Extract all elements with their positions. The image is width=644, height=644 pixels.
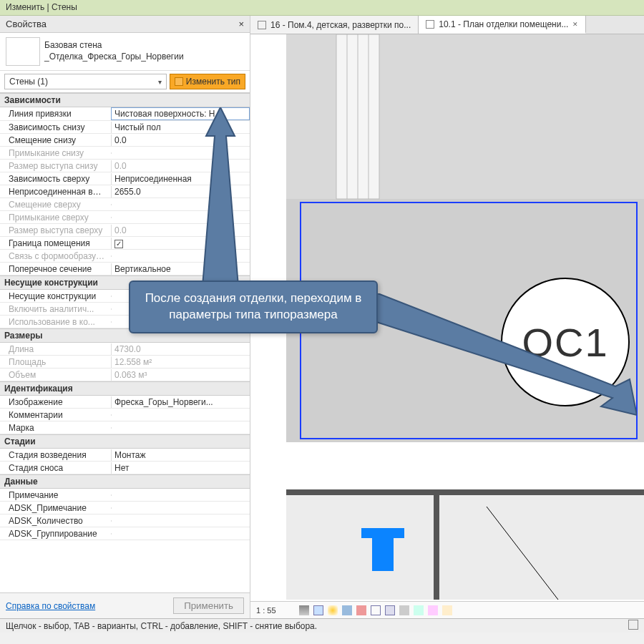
svg-rect-4 [372, 535, 394, 571]
checkbox-icon[interactable]: ✓ [114, 240, 123, 248]
property-group-header[interactable]: Зависимости [0, 93, 250, 107]
lock-3d-icon[interactable] [399, 605, 409, 615]
property-name: Длина [0, 343, 111, 355]
property-row[interactable]: Примечание [0, 489, 250, 502]
family-name: Базовая стена [44, 40, 184, 52]
edit-type-button[interactable]: Изменить тип [170, 74, 245, 89]
property-value[interactable] [111, 427, 250, 429]
status-bar: Щелчок - выбор, TAB - варианты, CTRL - д… [0, 618, 644, 633]
property-row[interactable]: Длина4730.0 [0, 343, 250, 356]
property-value[interactable] [111, 494, 250, 496]
property-name: Комментарии [0, 409, 111, 421]
property-name: Поперечное сечение [0, 263, 111, 275]
property-value[interactable] [111, 507, 250, 509]
property-name: Марка [0, 422, 111, 434]
svg-rect-5 [361, 528, 404, 538]
property-value[interactable]: 0.063 м³ [111, 369, 250, 381]
selection-filter-icon[interactable] [628, 620, 638, 630]
instance-filter-value: Стены (1) [9, 77, 48, 87]
property-name: Размер выступа сверху [0, 225, 111, 236]
property-value[interactable]: Фреска_Горы_Норвеги... [111, 396, 250, 408]
property-row[interactable]: ИзображениеФреска_Горы_Норвеги... [0, 396, 250, 409]
close-icon[interactable]: ✕ [572, 21, 578, 28]
property-row[interactable]: ADSK_Количество [0, 514, 250, 527]
property-row[interactable]: Объем0.063 м³ [0, 369, 250, 381]
instance-filter-dropdown[interactable]: Стены (1) ▾ [4, 74, 167, 89]
property-name: Линия привязки [0, 108, 111, 119]
worksharing-icon[interactable] [442, 605, 452, 615]
apply-button[interactable]: Применить [173, 597, 244, 614]
tutorial-callout: После создания отделки, переходим в пара… [129, 280, 378, 333]
panel-footer: Справка по свойствам Применить [0, 592, 250, 618]
type-thumbnail [6, 37, 40, 66]
property-value[interactable]: Монтаж [111, 449, 250, 461]
property-name: Площадь [0, 356, 111, 368]
property-value[interactable]: 4730.0 [111, 343, 250, 355]
property-value[interactable] [111, 520, 250, 522]
property-name: Использование в ко... [0, 316, 111, 328]
ribbon-context-title: Изменить | Стены [0, 0, 644, 16]
property-row[interactable]: ADSK_Примечание [0, 502, 250, 514]
property-group-header[interactable]: Идентификация [0, 381, 250, 396]
property-name: Примыкание сверху [0, 212, 111, 223]
property-name: Изображение [0, 396, 111, 408]
type-name-line: _Отделка_Фреска_Горы_Норвегии [44, 52, 184, 63]
callout-arrow-up [199, 107, 249, 286]
shadows-icon[interactable] [342, 605, 352, 615]
property-name: Неприсоединенная выс... [0, 186, 111, 197]
status-icons [628, 620, 638, 632]
property-group-header[interactable]: Данные [0, 474, 250, 489]
property-row[interactable]: Стадия возведенияМонтаж [0, 449, 250, 462]
property-name: ADSK_Примечание [0, 502, 111, 514]
property-value[interactable] [111, 533, 250, 535]
property-row[interactable]: Комментарии [0, 409, 250, 421]
property-name: Смещение сверху [0, 199, 111, 210]
property-name: Граница помещения [0, 238, 111, 249]
property-name: Зависимость сверху [0, 173, 111, 185]
property-group-header[interactable]: Стадии [0, 434, 250, 449]
visual-style-icon[interactable] [313, 605, 323, 615]
svg-rect-2 [286, 492, 644, 600]
type-selector-box[interactable]: Базовая стена _Отделка_Фреска_Горы_Норве… [0, 33, 250, 71]
panel-title-text: Свойства [6, 19, 47, 29]
property-name: ADSK_Количество [0, 515, 111, 527]
detail-level-icon[interactable] [299, 605, 309, 615]
rendering-icon[interactable] [356, 605, 366, 615]
property-value[interactable] [111, 414, 250, 416]
property-name: Стадия сноса [0, 462, 111, 474]
crop-view-icon[interactable] [371, 605, 381, 615]
property-row[interactable]: Марка [0, 421, 250, 434]
chevron-down-icon: ▾ [158, 78, 162, 86]
property-row[interactable]: Площадь12.558 м² [0, 356, 250, 369]
view-tab-label: 10.1 - План отделки помещени... [439, 19, 568, 29]
property-name: Стадия возведения [0, 449, 111, 461]
view-tab-label: 16 - Пом.4, детская, развертки по... [270, 20, 411, 30]
property-name: Примыкание снизу [0, 147, 111, 159]
view-tab-icon [426, 20, 434, 29]
crop-region-visible-icon[interactable] [385, 605, 395, 615]
view-control-bar: 1 : 55 [250, 601, 644, 618]
view-tabs: 16 - Пом.4, детская, развертки по...10.1… [250, 16, 644, 34]
property-value[interactable]: Нет [111, 462, 250, 474]
property-row[interactable]: Стадия сносаНет [0, 462, 250, 474]
properties-help-link[interactable]: Справка по свойствам [6, 601, 95, 611]
sun-path-icon[interactable] [328, 605, 338, 615]
svg-marker-15 [372, 293, 637, 415]
property-row[interactable]: ADSK_Группирование [0, 527, 250, 540]
selector-row: Стены (1) ▾ Изменить тип [0, 71, 250, 93]
view-tab[interactable]: 10.1 - План отделки помещени...✕ [419, 16, 586, 34]
view-tab[interactable]: 16 - Пом.4, детская, развертки по... [250, 16, 419, 34]
property-name: Примечание [0, 489, 111, 501]
callout-arrow-right [372, 293, 637, 422]
property-name: Связь с формообразую... [0, 250, 111, 262]
property-value[interactable]: 12.558 м² [111, 356, 250, 368]
close-icon[interactable]: × [238, 19, 244, 29]
edit-type-label: Изменить тип [186, 77, 240, 87]
edit-type-icon [175, 77, 183, 86]
temp-hide-icon[interactable] [414, 605, 424, 615]
view-scale[interactable]: 1 : 55 [256, 606, 276, 615]
property-name: Зависимость снизу [0, 122, 111, 133]
status-hint: Щелчок - выбор, TAB - варианты, CTRL - д… [6, 621, 317, 631]
reveal-hidden-icon[interactable] [428, 605, 438, 615]
type-name: Базовая стена _Отделка_Фреска_Горы_Норве… [44, 40, 184, 62]
